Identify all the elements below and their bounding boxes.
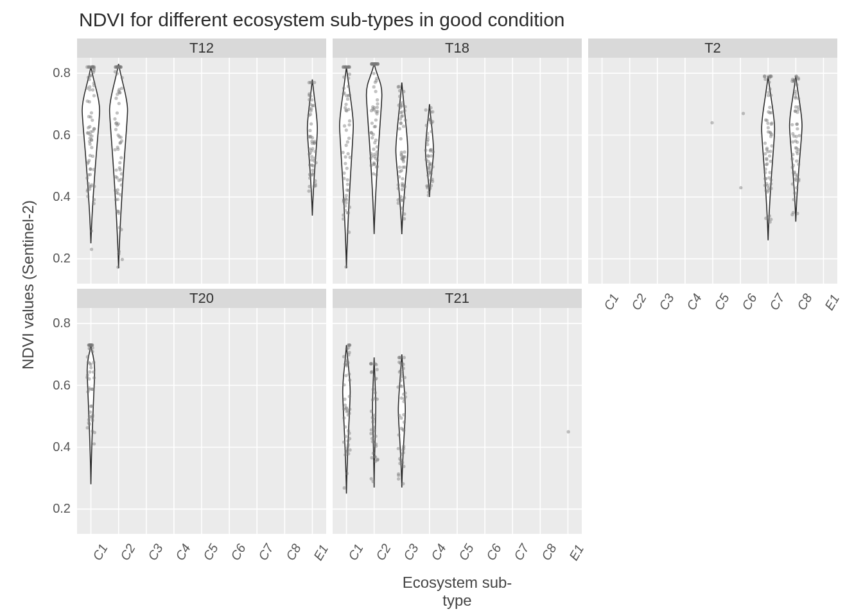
data-point [346, 360, 349, 363]
data-point [89, 173, 92, 176]
data-point [372, 417, 375, 420]
data-point [348, 205, 351, 209]
data-point [795, 186, 798, 189]
data-point [374, 118, 378, 121]
data-point [399, 106, 402, 109]
data-point [89, 116, 92, 119]
data-point [402, 124, 405, 128]
data-point [404, 395, 407, 398]
facet-strip-t12: T12 [77, 38, 326, 58]
data-point [347, 443, 350, 446]
data-point [769, 74, 772, 78]
data-point [792, 198, 795, 201]
data-point [370, 121, 374, 124]
data-point [403, 109, 406, 112]
x-tick-label: C1 [90, 542, 111, 563]
data-point [308, 152, 311, 155]
data-point [429, 110, 432, 114]
data-point [429, 106, 432, 109]
data-point [402, 447, 405, 450]
data-point [400, 452, 403, 456]
data-point [401, 177, 404, 180]
data-point [342, 218, 345, 221]
data-point [116, 188, 119, 191]
data-point [119, 193, 122, 196]
data-point [118, 102, 121, 105]
data-point [429, 171, 432, 174]
data-point [90, 248, 93, 251]
data-point [342, 440, 345, 443]
data-point [370, 456, 373, 459]
data-point [88, 140, 91, 143]
x-tick-label: C8 [794, 291, 815, 313]
data-point [432, 150, 435, 153]
data-point [370, 428, 373, 431]
data-point [372, 480, 375, 483]
data-point [428, 166, 431, 169]
data-point [794, 173, 797, 176]
data-point [400, 362, 403, 365]
x-tick-label: C1 [345, 542, 367, 563]
data-point [116, 266, 119, 269]
data-point [308, 129, 311, 132]
data-point [768, 214, 771, 218]
data-point [370, 136, 374, 139]
data-point [400, 151, 403, 154]
data-point [376, 106, 379, 109]
data-point [91, 155, 94, 158]
data-point [115, 121, 118, 124]
x-tick-label: C6 [739, 291, 760, 313]
data-point [397, 472, 400, 475]
data-point [791, 153, 794, 156]
data-point [372, 85, 376, 89]
data-point [426, 132, 429, 135]
data-point [376, 158, 379, 162]
data-point [794, 109, 797, 112]
data-point [397, 477, 400, 481]
data-point [344, 425, 347, 429]
x-tick-label: C7 [767, 291, 788, 313]
data-point [791, 140, 794, 143]
data-point [309, 135, 312, 138]
data-point [769, 182, 772, 185]
data-point [426, 160, 430, 163]
data-point [89, 405, 92, 408]
x-tick-label: C7 [511, 542, 532, 563]
data-point [348, 73, 351, 76]
data-point [370, 371, 373, 374]
data-point [374, 442, 378, 445]
data-point [376, 62, 379, 65]
data-point [342, 76, 345, 79]
x-tick-label: C3 [656, 291, 677, 313]
data-point [347, 108, 350, 111]
data-point [398, 89, 401, 92]
data-point [342, 355, 345, 358]
data-point [372, 72, 376, 75]
data-point [765, 182, 768, 185]
data-point [765, 163, 768, 166]
data-point [401, 101, 404, 104]
data-point [763, 171, 767, 174]
data-point [375, 166, 378, 169]
data-point [342, 87, 345, 90]
data-point [308, 98, 311, 101]
data-point [345, 194, 348, 197]
data-point [344, 155, 347, 158]
data-point [115, 168, 118, 171]
data-point [425, 124, 428, 127]
data-point [343, 398, 346, 401]
data-point [309, 94, 312, 98]
data-point [91, 119, 94, 122]
data-point [86, 195, 89, 198]
data-point [765, 189, 768, 192]
data-point [93, 431, 96, 434]
data-point [399, 384, 402, 388]
y-tick-label: 0.2 [45, 501, 71, 516]
data-point [770, 144, 773, 148]
data-point [346, 98, 349, 101]
data-point [85, 176, 89, 180]
data-point [769, 178, 772, 182]
data-point [372, 452, 375, 455]
facet-strip-t18: T18 [333, 38, 582, 58]
data-point [399, 117, 402, 121]
